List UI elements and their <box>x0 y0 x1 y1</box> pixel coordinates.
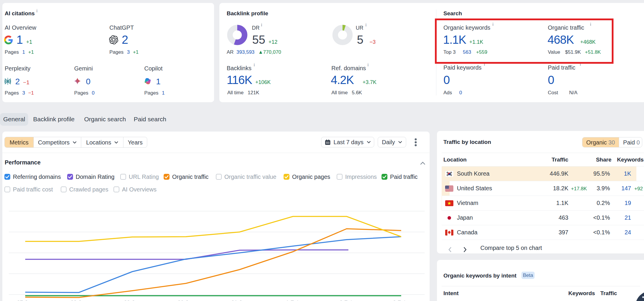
svg-text:1 Feb: 1 Feb <box>286 300 300 301</box>
svg-text:3 Feb: 3 Feb <box>393 300 407 301</box>
svg-text:2 Feb: 2 Feb <box>340 300 354 301</box>
svg-text:29 Jan: 29 Jan <box>124 300 140 301</box>
svg-text:27 Jan: 27 Jan <box>17 300 33 301</box>
svg-text:31 Jan: 31 Jan <box>231 300 248 301</box>
svg-text:28 Jan: 28 Jan <box>70 300 87 301</box>
svg-text:30 Jan: 30 Jan <box>177 300 194 301</box>
